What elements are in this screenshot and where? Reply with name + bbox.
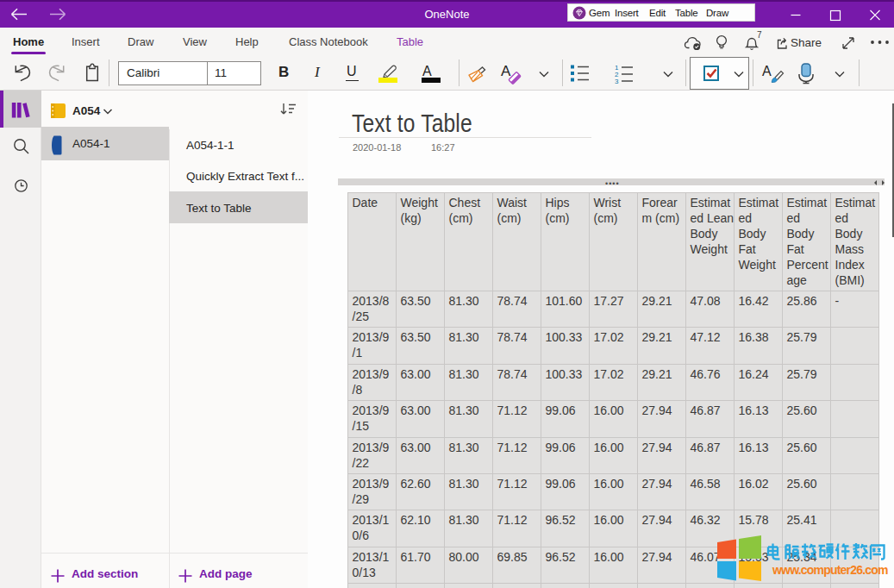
svg-text:3: 3: [615, 78, 619, 84]
